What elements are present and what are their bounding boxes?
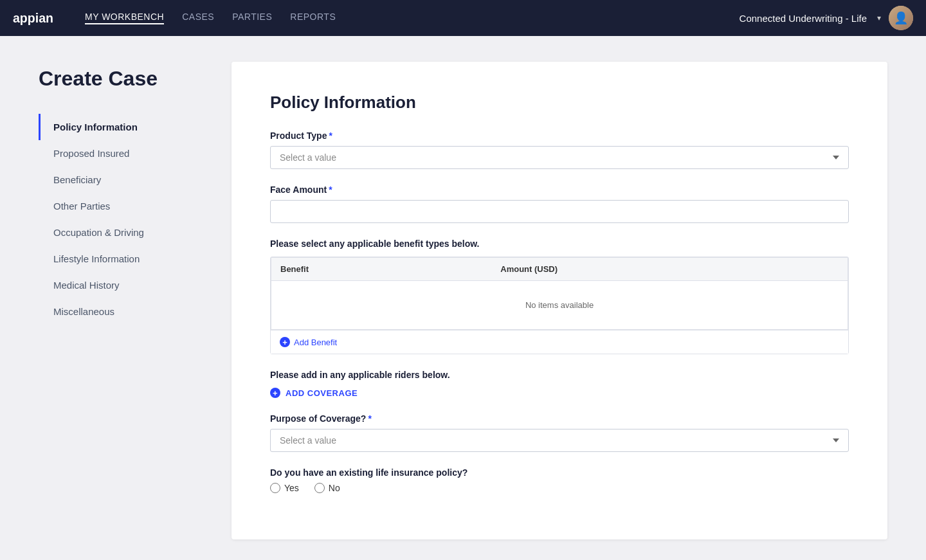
navbar-left: appian MY WORKBENCH CASES PARTIES REPORT… (13, 8, 336, 28)
benefit-no-items-text: No items available (271, 281, 848, 330)
benefit-no-items-row: No items available (271, 281, 848, 330)
appian-logo[interactable]: appian (13, 8, 64, 28)
add-benefit-label: Add Benefit (294, 338, 337, 347)
nav-cases[interactable]: CASES (182, 12, 214, 24)
benefit-types-group: Please select any applicable benefit typ… (270, 239, 849, 354)
sidebar-item-occupation-driving[interactable]: Occupation & Driving (39, 219, 232, 246)
face-amount-input[interactable] (270, 200, 849, 223)
nav-my-workbench[interactable]: MY WORKBENCH (85, 12, 164, 24)
add-benefit-plus-icon: + (280, 337, 290, 347)
existing-policy-label: Do you have an existing life insurance p… (270, 467, 849, 478)
benefit-table-head: Benefit Amount (USD) (271, 258, 848, 281)
user-avatar[interactable]: 👤 (889, 6, 913, 30)
existing-policy-no-label[interactable]: No (314, 483, 340, 493)
page-content: Create Case Policy Information Proposed … (0, 36, 926, 560)
benefit-section-description: Please select any applicable benefit typ… (270, 239, 849, 249)
add-coverage-label: ADD COVERAGE (286, 388, 358, 398)
sidebar-item-medical-history[interactable]: Medical History (39, 272, 232, 298)
svg-text:appian: appian (13, 11, 53, 25)
sidebar-item-label: Lifestyle Information (53, 253, 140, 264)
existing-policy-no-text: No (329, 483, 340, 493)
sidebar-item-label: Other Parties (53, 201, 110, 212)
sidebar-item-label: Policy Information (53, 122, 138, 132)
face-amount-group: Face Amount* (270, 185, 849, 223)
existing-policy-yes-label[interactable]: Yes (270, 483, 299, 493)
add-benefit-button[interactable]: + Add Benefit (280, 337, 839, 347)
amount-col-header: Amount (USD) (491, 258, 848, 281)
benefit-table-body: No items available (271, 281, 848, 330)
riders-section: Please add in any applicable riders belo… (270, 370, 849, 398)
product-type-select[interactable]: Select a value (270, 146, 849, 169)
sidebar-item-other-parties[interactable]: Other Parties (39, 193, 232, 219)
sidebar-item-label: Medical History (53, 280, 120, 291)
navbar-right: Connected Underwriting - Life ▾ 👤 (740, 6, 913, 30)
face-amount-label: Face Amount* (270, 185, 849, 195)
purpose-coverage-group: Purpose of Coverage?* Select a value (270, 413, 849, 452)
sidebar-item-policy-information[interactable]: Policy Information (39, 114, 232, 140)
form-section-title: Policy Information (270, 93, 849, 113)
purpose-coverage-select[interactable]: Select a value (270, 429, 849, 452)
navbar: appian MY WORKBENCH CASES PARTIES REPORT… (0, 0, 926, 36)
sidebar-item-label: Proposed Insured (53, 148, 129, 159)
existing-policy-yes-radio[interactable] (270, 483, 280, 493)
add-coverage-plus-icon: + (270, 388, 280, 398)
existing-policy-yes-text: Yes (284, 483, 299, 493)
sidebar-item-label: Occupation & Driving (53, 227, 144, 238)
avatar-image: 👤 (889, 6, 913, 30)
page-title: Create Case (39, 67, 232, 91)
purpose-coverage-required: * (368, 413, 371, 424)
main-form: Policy Information Product Type* Select … (232, 62, 887, 539)
sidebar-item-beneficiary[interactable]: Beneficiary (39, 167, 232, 193)
riders-section-description: Please add in any applicable riders belo… (270, 370, 849, 380)
nav-links: MY WORKBENCH CASES PARTIES REPORTS (85, 12, 336, 24)
face-amount-required: * (329, 185, 332, 195)
nav-parties[interactable]: PARTIES (232, 12, 272, 24)
product-type-group: Product Type* Select a value (270, 131, 849, 169)
sidebar-item-proposed-insured[interactable]: Proposed Insured (39, 140, 232, 167)
existing-policy-group: Do you have an existing life insurance p… (270, 467, 849, 493)
benefit-table: Benefit Amount (USD) No items available (271, 257, 848, 330)
app-title: Connected Underwriting - Life (740, 13, 867, 24)
purpose-coverage-label: Purpose of Coverage?* (270, 413, 849, 424)
sidebar-item-label: Beneficiary (53, 174, 101, 185)
sidebar-item-lifestyle-information[interactable]: Lifestyle Information (39, 246, 232, 272)
sidebar: Create Case Policy Information Proposed … (39, 62, 232, 539)
product-type-required: * (329, 131, 332, 141)
app-dropdown-arrow[interactable]: ▾ (877, 14, 881, 23)
add-coverage-button[interactable]: + ADD COVERAGE (270, 388, 849, 398)
existing-policy-no-radio[interactable] (314, 483, 325, 493)
product-type-label: Product Type* (270, 131, 849, 141)
existing-policy-radio-group: Yes No (270, 483, 849, 493)
benefit-table-wrapper: Benefit Amount (USD) No items available … (270, 257, 849, 354)
nav-reports[interactable]: REPORTS (290, 12, 336, 24)
sidebar-nav: Policy Information Proposed Insured Bene… (39, 114, 232, 325)
benefit-col-header: Benefit (271, 258, 492, 281)
sidebar-item-label: Miscellaneous (53, 306, 114, 317)
add-benefit-row: + Add Benefit (271, 330, 848, 354)
benefit-table-header-row: Benefit Amount (USD) (271, 258, 848, 281)
sidebar-item-miscellaneous[interactable]: Miscellaneous (39, 298, 232, 325)
